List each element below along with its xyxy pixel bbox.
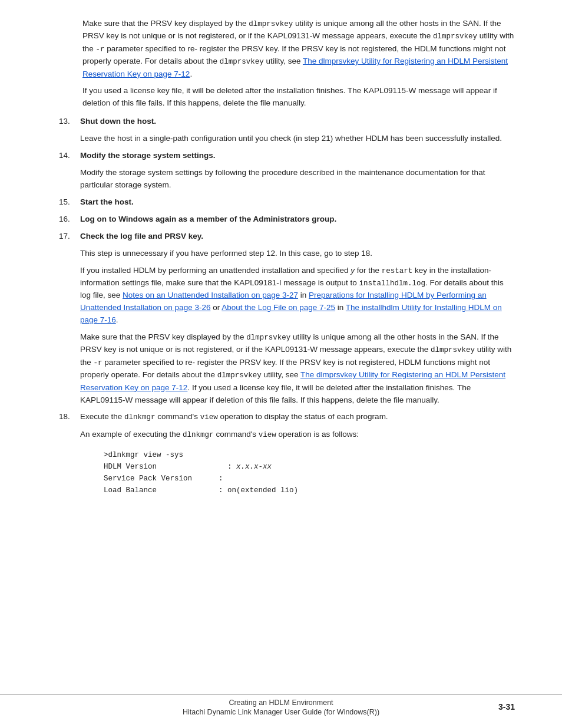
intro-para2: If you used a license key file, it will … [82, 85, 515, 110]
code-block: >dlnkmgr view -sys HDLM Version : x.x.x-… [104, 449, 515, 496]
r-param-code-2: -r [94, 359, 103, 367]
footer: Creating an HDLM Environment Hitachi Dyn… [0, 694, 562, 716]
item-16-title: Log on to Windows again as a member of t… [80, 215, 336, 223]
item-number-13: 13. [59, 116, 80, 145]
item-content-13: Shut down the host. Leave the host in a … [80, 116, 515, 145]
intro-link[interactable]: The dlmprsvkey Utility for Registering a… [82, 57, 508, 78]
y-val: y [351, 266, 355, 275]
item-content-16: Log on to Windows again as a member of t… [80, 213, 515, 226]
code-line-2: HDLM Version : x.x.x-xx [104, 461, 515, 473]
dlnkmgr-code-2: dlnkmgr [183, 431, 214, 439]
item-number-17: 17. [59, 230, 80, 407]
intro-paragraph: Make sure that the PRSV key displayed by… [82, 18, 515, 80]
list-item-17: 17. Check the log file and PRSV key. Thi… [59, 230, 515, 407]
installhdlm-log-code: installhdlm.log [359, 279, 426, 288]
item-content-17: Check the log file and PRSV key. This st… [80, 230, 515, 407]
item-content-15: Start the host. [80, 196, 515, 209]
code-line-1: >dlnkmgr view -sys [104, 449, 515, 461]
list-item-14: 14. Modify the storage system settings. … [59, 150, 515, 192]
dlmprsvkey-code-3: dlmprsvkey [220, 58, 264, 66]
item-17-body2: If you installed HDLM by performing an u… [80, 265, 515, 327]
list-item-15: 15. Start the host. [59, 196, 515, 209]
content-area: Make sure that the PRSV key displayed by… [59, 18, 515, 505]
page-number: 3-31 [498, 702, 515, 711]
dlmprsvkey-code-6: dlmprsvkey [217, 371, 262, 380]
link-notes-unattended[interactable]: Notes on an Unattended Installation on p… [123, 291, 298, 299]
item-14-body: Modify the storage system settings by fo… [80, 167, 515, 192]
link-about-log[interactable]: About the Log File on page 7-25 [222, 303, 335, 312]
item-number-15: 15. [59, 196, 80, 209]
item-14-title: Modify the storage system settings. [80, 151, 216, 160]
code-line-4: Load Balance : on(extended lio) [104, 485, 515, 496]
list-item-16: 16. Log on to Windows again as a member … [59, 213, 515, 226]
item-number-14: 14. [59, 150, 80, 192]
item-number-18: 18. [59, 411, 80, 505]
item-17-title: Check the log file and PRSV key. [80, 232, 203, 241]
hdlm-version-val: x.x.x-xx [236, 463, 272, 471]
restart-code: restart [382, 267, 413, 275]
item-13-title: Shut down the host. [80, 117, 156, 126]
item-content-18: Execute the dlnkmgr command's view opera… [80, 411, 515, 505]
page-container: Make sure that the PRSV key displayed by… [0, 0, 562, 728]
item-content-14: Modify the storage system settings. Modi… [80, 150, 515, 192]
view-code-1: view [200, 413, 218, 421]
list-item-13: 13. Shut down the host. Leave the host i… [59, 116, 515, 145]
list-item-18: 18. Execute the dlnkmgr command's view o… [59, 411, 515, 505]
item-17-body1: This step is unnecessary if you have per… [80, 248, 515, 260]
r-param-code: -r [96, 45, 105, 54]
dlnkmgr-code-1: dlnkmgr [124, 413, 156, 421]
code-line-3: Service Pack Version : [104, 473, 515, 485]
view-code-2: view [259, 431, 276, 439]
dlmprsvkey-code-4: dlmprsvkey [246, 334, 290, 342]
dlmprsvkey-code-5: dlmprsvkey [431, 346, 475, 354]
item-17-body3: Make sure that the PRSV key displayed by… [80, 331, 515, 406]
item-number-16: 16. [59, 213, 80, 226]
dlmprsvkey-code-1: dlmprsvkey [249, 20, 293, 28]
dlmprsvkey-code-2: dlmprsvkey [433, 32, 477, 41]
item-18-title: Execute the dlnkmgr command's view opera… [80, 411, 515, 423]
item-13-body: Leave the host in a single-path configur… [80, 133, 515, 145]
item-15-title: Start the host. [80, 197, 134, 206]
footer-line2: Hitachi Dynamic Link Manager User Guide … [0, 708, 562, 716]
footer-line1: Creating an HDLM Environment [0, 699, 562, 707]
intro-block: Make sure that the PRSV key displayed by… [82, 18, 515, 110]
item-18-body: An example of executing the dlnkmgr comm… [80, 429, 515, 441]
link-dlmprsvkey-2[interactable]: The dlmprsvkey Utility for Registering a… [80, 370, 505, 391]
